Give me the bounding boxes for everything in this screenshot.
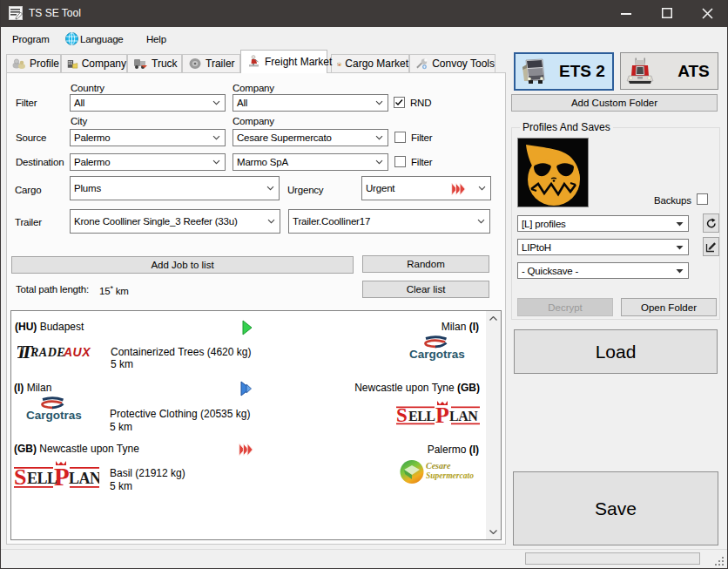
svg-text:RADE: RADE (30, 346, 65, 359)
svg-text:Cargotras: Cargotras (409, 348, 465, 361)
svg-text:Cesare: Cesare (426, 461, 451, 471)
svg-text:AUX: AUX (63, 345, 91, 359)
svg-text:Supermercato: Supermercato (426, 471, 474, 480)
svg-text:P: P (54, 463, 70, 491)
svg-text:ELL: ELL (27, 470, 57, 487)
svg-text:S: S (14, 464, 26, 490)
svg-text:ELL: ELL (408, 409, 435, 423)
svg-text:Cargotras: Cargotras (26, 409, 82, 422)
svg-text:S: S (396, 404, 408, 426)
svg-text:LAN: LAN (449, 409, 478, 423)
svg-text:LAN: LAN (69, 470, 99, 487)
svg-text:P: P (435, 403, 449, 426)
